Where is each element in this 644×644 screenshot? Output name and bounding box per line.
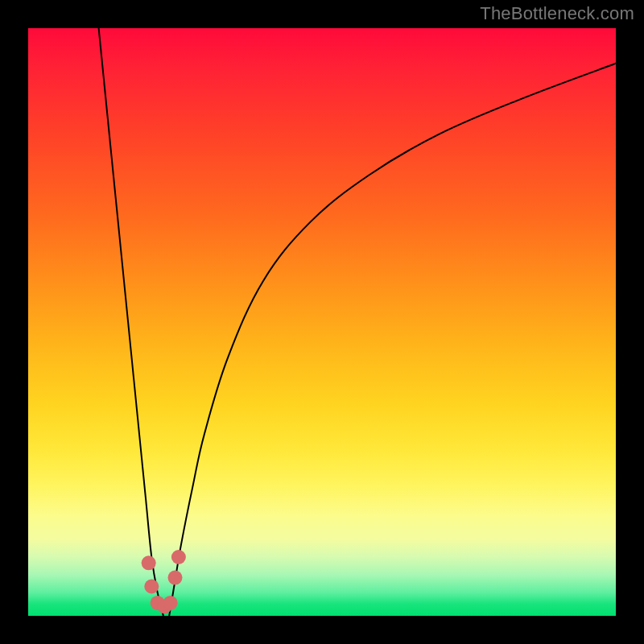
marker-dot bbox=[168, 571, 183, 585]
marker-dot bbox=[142, 555, 156, 570]
highlight-cluster bbox=[142, 550, 186, 613]
marker-dot bbox=[171, 550, 186, 564]
curve-layer bbox=[28, 28, 616, 616]
marker-dot bbox=[163, 596, 178, 610]
marker-dot bbox=[144, 580, 159, 594]
left-curve bbox=[99, 28, 163, 616]
right-curve bbox=[169, 64, 616, 616]
plot-area bbox=[28, 28, 616, 616]
chart-frame: TheBottleneck.com bbox=[0, 0, 644, 644]
attribution-text: TheBottleneck.com bbox=[480, 3, 634, 24]
